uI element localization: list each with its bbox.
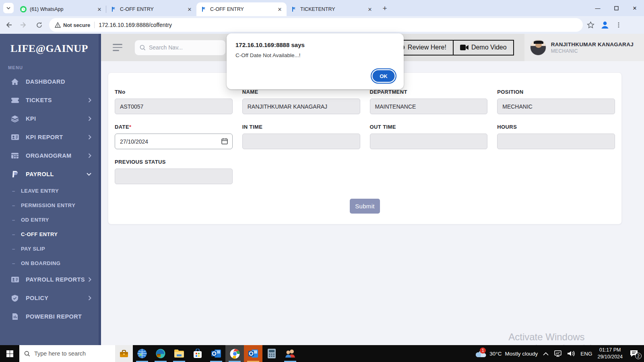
sidebar-item-policy[interactable]: POLICY	[0, 289, 99, 307]
sidebar-item-pay-slip[interactable]: –PAY SLIP	[0, 241, 99, 256]
address-bar[interactable]: Not secure 172.16.10.169:8888/coffentry	[49, 18, 583, 32]
maximize-button[interactable]	[607, 0, 625, 16]
close-button[interactable]: ✕	[625, 0, 644, 16]
notification-center-icon[interactable]: 2	[628, 350, 640, 358]
new-tab-button[interactable]: +	[379, 3, 390, 14]
tab-ticketentry[interactable]: TICKETENTRY ✕	[287, 2, 377, 16]
reload-icon	[36, 22, 43, 29]
tab-close-icon[interactable]: ✕	[276, 6, 283, 13]
position-input[interactable]	[497, 99, 615, 114]
taskbar-internet-icon[interactable]	[133, 345, 151, 362]
sidebar-item-permission-entry[interactable]: –PERMISSION ENTRY	[0, 198, 99, 212]
previous-status-input[interactable]	[115, 169, 233, 184]
browser-tabstrip: (61) WhatsApp ✕ C-OFF ENTRY ✕ C-OFF ENTR…	[0, 0, 644, 16]
ok-button[interactable]: OK	[371, 68, 396, 84]
hours-input[interactable]	[497, 134, 615, 149]
sidebar-item-label: KPI	[26, 115, 88, 122]
tab-coff-entry-active[interactable]: C-OFF ENTRY ✕	[196, 2, 287, 16]
department-input[interactable]	[370, 99, 488, 114]
sidebar-item-organogram[interactable]: ORGANOGRAM	[0, 146, 99, 165]
taskbar-file-explorer-icon[interactable]	[170, 345, 188, 362]
demo-video-button[interactable]: Demo Video	[453, 40, 514, 56]
not-secure-chip[interactable]: Not secure	[55, 22, 90, 28]
tab-search-button[interactable]	[3, 3, 14, 13]
content-area: TNo NAME DEPARTMENT POSITION	[101, 61, 644, 345]
tab-close-icon[interactable]: ✕	[186, 6, 193, 13]
tab-close-icon[interactable]: ✕	[366, 6, 374, 13]
maximize-icon	[614, 6, 619, 10]
windows-taskbar: Type here to search	[0, 345, 644, 362]
menu-dots-icon[interactable]	[615, 22, 622, 28]
taskbar-search-placeholder: Type here to search	[34, 350, 115, 357]
in-time-input[interactable]	[242, 134, 360, 149]
sidebar-item-dashboard[interactable]: DASHBOARD	[0, 72, 99, 91]
tno-label: TNo	[115, 89, 233, 95]
date-input[interactable]	[115, 134, 233, 149]
sidebar-item-payroll-reports[interactable]: PAYROLL REPORTS	[0, 270, 99, 289]
weather-widget[interactable]: 1 30°C Mostly cloudy	[475, 350, 538, 358]
taskbar-clock[interactable]: 01:17 PM 29/10/2024	[597, 347, 623, 360]
minimize-button[interactable]: —	[588, 0, 607, 16]
taskbar-outlook-new-icon[interactable]	[244, 345, 262, 362]
sidebar-item-kpi-report[interactable]: KPI REPORT	[0, 128, 99, 146]
search-highlight-icon[interactable]	[115, 345, 133, 362]
name-input[interactable]	[242, 99, 360, 114]
bookmark-star-icon[interactable]	[587, 21, 594, 29]
chevron-right-icon	[88, 296, 91, 300]
tno-input[interactable]	[115, 99, 233, 114]
submit-button[interactable]: Submit	[350, 199, 380, 214]
sidebar-item-tickets[interactable]: TICKETS	[0, 91, 99, 109]
sidebar-item-leave-entry[interactable]: –LEAVE ENTRY	[0, 183, 99, 198]
taskbar-people-icon[interactable]	[281, 345, 299, 362]
demo-video-label: Demo Video	[471, 44, 507, 51]
speaker-icon[interactable]	[567, 350, 575, 357]
sidebar-item-coff-entry[interactable]: –C-OFF ENTRY	[0, 227, 99, 241]
search-input[interactable]	[149, 44, 209, 51]
sidebar-item-kpi[interactable]: KPI	[0, 109, 99, 128]
network-icon[interactable]	[554, 350, 562, 357]
tab-close-icon[interactable]: ✕	[96, 6, 103, 13]
field-position: POSITION	[497, 89, 615, 114]
sidebar-item-label: ORGANOGRAM	[26, 152, 88, 159]
calendar-icon[interactable]	[221, 138, 228, 144]
sidebar-item-on-boarding[interactable]: –ON BOARDING	[0, 256, 99, 270]
taskbar-chrome-icon[interactable]	[225, 345, 244, 362]
user-profile[interactable]: RANJITHKUMAR KANAGARAJ MECHANIC	[524, 34, 644, 61]
back-arrow-icon	[5, 21, 12, 29]
out-time-input[interactable]	[370, 134, 488, 149]
taskbar-search-box[interactable]: Type here to search	[19, 345, 133, 362]
hamburger-menu-icon[interactable]	[113, 44, 122, 51]
language-indicator[interactable]: ENG	[580, 351, 592, 357]
clock-date: 29/10/2024	[597, 354, 623, 360]
start-button[interactable]	[0, 345, 19, 362]
review-here-label: Review Here!	[408, 44, 446, 51]
sidebar-item-payroll[interactable]: PAYROLL	[0, 165, 99, 183]
tab-label: C-OFF ENTRY	[210, 6, 276, 12]
url-text: 172.16.10.169:8888/coffentry	[99, 22, 172, 28]
reload-button[interactable]	[32, 18, 46, 32]
watermark-line1: Activate Windows	[508, 331, 604, 343]
tab-coff-entry-1[interactable]: C-OFF ENTRY ✕	[106, 2, 196, 16]
taskbar-store-icon[interactable]	[188, 345, 207, 362]
profile-avatar-icon[interactable]	[600, 20, 610, 30]
sidebar-subitem-label: C-OFF ENTRY	[21, 231, 58, 237]
nav-search-box[interactable]	[134, 40, 226, 56]
back-button[interactable]	[2, 18, 15, 32]
sidebar-item-od-entry[interactable]: –OD ENTRY	[0, 212, 99, 227]
video-camera-icon	[460, 45, 469, 50]
chevron-up-icon[interactable]	[543, 352, 549, 356]
taskbar-edge-icon[interactable]	[151, 345, 170, 362]
search-icon	[24, 351, 30, 357]
taskbar-outlook-icon[interactable]	[207, 345, 225, 362]
dash-icon: –	[12, 217, 18, 223]
windows-logo-icon	[6, 350, 13, 357]
alert-message: C-Off Date Not Available...!	[235, 52, 395, 58]
alert-dialog: 172.16.10.169:8888 says C-Off Date Not A…	[227, 33, 404, 89]
system-tray: 1 30°C Mostly cloudy ENG 01:17 PM 29/10/…	[475, 345, 644, 362]
chevron-down-icon	[6, 6, 11, 10]
taskbar-calculator-icon[interactable]	[262, 345, 281, 362]
coff-entry-form-card: TNo NAME DEPARTMENT POSITION	[108, 72, 622, 224]
sidebar-item-powerbi-report[interactable]: POWERBI REPORT	[0, 307, 99, 326]
forward-button[interactable]	[17, 18, 31, 32]
tab-whatsapp[interactable]: (61) WhatsApp ✕	[16, 2, 106, 16]
